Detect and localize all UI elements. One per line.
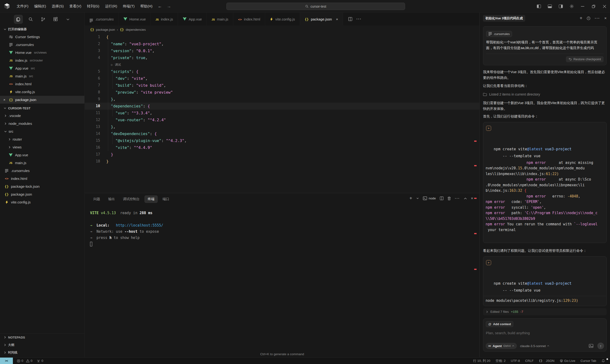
panel-tab-问题[interactable]: 问题 — [90, 195, 104, 203]
tree-item[interactable]: node_modules — [0, 120, 84, 128]
close-editor-icon[interactable]: × — [3, 98, 7, 102]
code-line[interactable]: 2 "name": "vue3-project", — [85, 40, 480, 47]
close-panel-icon[interactable]: × — [471, 196, 473, 201]
tree-item[interactable]: views — [0, 143, 84, 151]
code-line[interactable]: 18} — [85, 158, 480, 165]
open-editor-item[interactable]: Cursor Settings — [0, 33, 84, 41]
eol-sequence[interactable]: CRLF — [522, 359, 536, 363]
menu-t[interactable]: 终端(T) — [120, 3, 138, 10]
terminal-instance-node[interactable]: node — [423, 196, 436, 200]
code-line[interactable]: ▷ 调试 — [85, 61, 480, 68]
code-line[interactable]: 3 "version": "0.0.1", — [85, 47, 480, 54]
indentation[interactable]: 空格: 2 — [493, 359, 508, 363]
open-editor-item[interactable]: <>index.html — [0, 80, 84, 88]
tree-item[interactable]: .cursorrules — [0, 167, 84, 175]
encoding[interactable]: UTF-8 — [508, 359, 522, 363]
chevron-down-icon[interactable] — [63, 15, 72, 24]
tree-item[interactable]: App.vue — [0, 151, 84, 159]
breadcrumb-item[interactable]: package.json — [96, 28, 115, 31]
tree-item[interactable]: src — [0, 128, 84, 135]
search-sidebar-icon[interactable] — [26, 15, 35, 24]
agent-mode-selector[interactable]: ∞ Agent Ctrl+I — [486, 343, 517, 349]
close-chat-icon[interactable]: × — [604, 16, 607, 21]
split-editor-icon[interactable] — [348, 17, 352, 21]
editor-more-icon[interactable]: ··· — [356, 17, 362, 21]
code-line[interactable]: 14 "devDependencies": { — [85, 130, 480, 137]
panel-tab-终端[interactable]: 终端 — [144, 195, 158, 203]
minimize-icon[interactable] — [577, 0, 588, 13]
open-editor-item[interactable]: vite.config.js — [0, 88, 84, 96]
code-line[interactable]: 9 }, — [85, 96, 480, 103]
code-line[interactable]: 11 "vue": "^3.3.4", — [85, 110, 480, 117]
extensions-icon[interactable] — [51, 15, 60, 24]
tree-item[interactable]: vite.config.js — [0, 198, 84, 206]
attach-image-icon[interactable] — [589, 344, 593, 348]
send-button[interactable]: ↑ — [597, 343, 604, 349]
settings-gear-icon[interactable] — [566, 0, 577, 13]
tab-index-js[interactable]: JSindex.js — [151, 13, 178, 26]
panel-more-icon[interactable]: ··· — [455, 196, 460, 200]
code-line[interactable]: 7 "build": "vite build", — [85, 82, 480, 89]
menu-s[interactable]: 选择(S) — [49, 3, 66, 10]
tree-item[interactable]: {}package.json — [0, 190, 84, 198]
chat-more-icon[interactable]: ··· — [595, 16, 600, 21]
terminal-command-block[interactable]: > npm create vite@latest vue3-project --… — [483, 122, 607, 243]
language-mode[interactable]: {} JSON — [536, 359, 557, 363]
toggle-bottom-panel-icon[interactable] — [544, 0, 555, 13]
back-arrow-icon[interactable]: ← — [155, 4, 164, 9]
chat-tab-title[interactable]: 初始化Vue 3项目代码生成 — [483, 15, 525, 22]
tree-item[interactable]: JSmain.js — [0, 159, 84, 167]
open-editor-item[interactable]: Home.vuesrc\views — [0, 49, 84, 56]
terminal-command-block[interactable]: > npm create vite@latest vue3-project --… — [483, 256, 607, 306]
panel-tab-调试控制台[interactable]: 调试控制台 — [120, 195, 143, 203]
workspace-header[interactable]: CURSOR-TEST — [0, 104, 84, 112]
source-control-icon[interactable] — [39, 15, 48, 24]
notifications-bell[interactable] — [599, 359, 608, 363]
kill-terminal-icon[interactable] — [447, 196, 451, 200]
toggle-left-panel-icon[interactable] — [533, 0, 544, 13]
tab-App-vue[interactable]: App.vue — [178, 13, 207, 26]
code-line[interactable]: 16 "vite": "^4.4.9" — [85, 144, 480, 151]
maximize-panel-icon[interactable] — [464, 197, 467, 199]
open-editors-header[interactable]: 打开的编辑器 — [0, 26, 84, 33]
code-line[interactable]: 1{ — [85, 34, 480, 40]
forward-arrow-icon[interactable]: → — [164, 4, 173, 9]
cursor-tab-toggle[interactable]: Cursor Tab — [578, 359, 599, 363]
tree-item[interactable]: <>index.html — [0, 175, 84, 182]
history-icon[interactable] — [587, 16, 590, 20]
code-line[interactable]: 12 "vue-router": "^4.2.4" — [85, 117, 480, 123]
toggle-right-panel-icon[interactable] — [555, 0, 566, 13]
code-line[interactable]: 13 }, — [85, 123, 480, 130]
new-chat-icon[interactable]: + — [580, 15, 582, 21]
open-editor-item[interactable]: ×{}package.json — [0, 96, 84, 104]
tree-item[interactable]: {}package-lock.json — [0, 182, 84, 190]
open-editor-item[interactable]: JSindex.jssrc\router — [0, 56, 84, 64]
remote-indicator[interactable]: >< — [0, 358, 13, 364]
breadcrumb[interactable]: {}package.json›{}dependencies — [85, 26, 480, 34]
tab-Home-vue[interactable]: Home.vue — [119, 13, 151, 26]
open-editor-item[interactable]: App.vuesrc — [0, 64, 84, 72]
menu-g[interactable]: 转到(G) — [84, 3, 102, 10]
tree-item[interactable]: router — [0, 135, 84, 143]
restore-checkpoint-button[interactable]: Restore checkpoint — [566, 56, 604, 62]
section-大纲[interactable]: 大纲 — [0, 341, 84, 349]
open-editor-item[interactable]: JSmain.jssrc — [0, 72, 84, 80]
section-时间线[interactable]: 时间线 — [0, 349, 84, 356]
panel-tab-输出[interactable]: 输出 — [105, 195, 118, 203]
command-center-search[interactable]: cursor-test — [226, 3, 405, 10]
menu-r[interactable]: 运行(R) — [102, 3, 120, 10]
panel-tab-端口[interactable]: 端口 — [159, 195, 172, 203]
tree-item[interactable]: .vscode — [0, 112, 84, 120]
tab-main-js[interactable]: JSmain.js — [207, 13, 233, 26]
code-line[interactable]: 10 "dependencies": { — [85, 103, 480, 110]
split-terminal-icon[interactable] — [440, 196, 443, 200]
tab-vite-config-js[interactable]: vite.config.js — [265, 13, 300, 26]
edited-files-summary[interactable]: Edited 7 files +155 -7 — [483, 308, 607, 315]
restore-icon[interactable] — [588, 0, 599, 13]
menu-h[interactable]: 帮助(H) — [138, 3, 155, 10]
terminal-output[interactable]: VITE v4.5.13 ready in 288 ms→ Local: htt… — [90, 210, 163, 247]
close-tab-icon[interactable]: × — [336, 17, 338, 21]
go-live-button[interactable]: Go Live — [557, 359, 578, 363]
codelens-debug[interactable]: ▷ 调试 — [111, 61, 121, 68]
tab-index-html[interactable]: <>index.html — [233, 13, 265, 26]
